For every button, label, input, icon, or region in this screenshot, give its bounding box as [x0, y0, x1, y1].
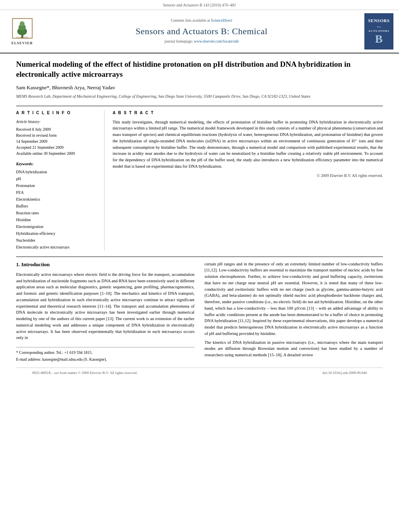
keyword-item: FEA — [16, 189, 98, 196]
body-col1-para1: Electronically active microarrays where … — [16, 271, 195, 341]
history-available: Available online 30 September 2009 — [16, 150, 98, 156]
abstract-heading: A B S T R A C T — [113, 110, 383, 116]
keyword-item: Reaction rates — [16, 210, 98, 216]
history-label: Article history: — [16, 119, 98, 125]
keyword-item: Hybridization efficiency — [16, 230, 98, 237]
keyword-item: Nucleotides — [16, 237, 98, 244]
svg-point-3 — [20, 21, 25, 26]
history-received: Received 8 July 2009 — [16, 126, 98, 132]
body-col-right: certain pH ranges and in the presence of… — [205, 261, 383, 364]
footnote-email: E-mail address: kassegne@mail.sdsu.edu (… — [16, 357, 195, 362]
top-bar: Sensors and Actuators B 143 (2010) 470–4… — [0, 0, 399, 10]
page-wrapper: Sensors and Actuators B 143 (2010) 470–4… — [0, 0, 399, 386]
footer-bar: 0925-4005/$ – see front matter © 2009 El… — [16, 368, 383, 378]
article-affiliation: MEMS Research Lab, Department of Mechani… — [16, 94, 383, 99]
article-info-column: A R T I C L E I N F O Article history: R… — [16, 110, 105, 251]
body-col2-para1: certain pH ranges and in the presence of… — [205, 261, 383, 337]
elsevier-tree-icon: ELSEVIER — [11, 17, 33, 39]
body-col-left: 1. Introduction Electronically active mi… — [16, 261, 195, 364]
keywords-section: Keywords: DNA hybridization pH Protonati… — [16, 161, 98, 251]
journal-logo-box: SENSORS... ACTUATORS B — [363, 13, 395, 49]
badge-b-letter: B — [375, 33, 383, 45]
journal-citation: Sensors and Actuators B 143 (2010) 470–4… — [163, 3, 236, 7]
sciencedirect-link[interactable]: ScienceDirect — [211, 18, 232, 23]
body-section: 1. Introduction Electronically active mi… — [16, 257, 383, 364]
footer-copyright: 0925-4005/$ – see front matter © 2009 El… — [32, 370, 138, 376]
keywords-list: DNA hybridization pH Protonation FEA Ele… — [16, 168, 98, 251]
history-revised-label: Received in revised form — [16, 132, 98, 138]
sciencedirect-line: Contents lists available at ScienceDirec… — [46, 18, 357, 23]
keyword-item: Buffers — [16, 203, 98, 210]
section1-title: 1. Introduction — [16, 261, 195, 268]
body-col2-para2: The kinetics of DNA hybridization in pas… — [205, 339, 383, 358]
contents-label: Contents lists available at — [171, 18, 210, 23]
body-two-col: 1. Introduction Electronically active mi… — [16, 261, 383, 364]
sensors-badge: SENSORS... ACTUATORS B — [364, 13, 393, 49]
abstract-copyright: © 2009 Elsevier B.V. All rights reserved… — [113, 173, 383, 179]
svg-text:ELSEVIER: ELSEVIER — [16, 36, 27, 39]
elsevier-wordmark: ELSEVIER — [11, 41, 33, 46]
article-info-heading: A R T I C L E I N F O — [16, 110, 98, 116]
article-content: Numerical modeling of the effect of hist… — [0, 53, 399, 386]
footer-doi: doi:10.1016/j.snb.2009.09.044 — [323, 370, 367, 376]
article-title: Numerical modeling of the effect of hist… — [16, 60, 383, 79]
homepage-label: journal homepage: — [165, 39, 193, 43]
elsevier-logo: ELSEVIER ELSEVIER — [4, 13, 40, 49]
article-authors: Sam Kassegne*, Bhuvnesh Arya, Neeraj Yad… — [16, 84, 383, 91]
history-accepted: Accepted 21 September 2009 — [16, 144, 98, 150]
keyword-item: Electromigration — [16, 223, 98, 230]
footnote-area: * Corresponding author. Tel.: +1 619 594… — [16, 347, 195, 362]
abstract-column: A B S T R A C T This study investigates,… — [113, 110, 383, 251]
keyword-item: pH — [16, 175, 98, 182]
keyword-item: Electronically active microarrays — [16, 244, 98, 251]
badge-title: SENSORS... — [368, 18, 390, 29]
footnote-star: * Corresponding author. Tel.: +1 619 594… — [16, 350, 195, 355]
article-history: Article history: Received 8 July 2009 Re… — [16, 119, 98, 156]
journal-header: ELSEVIER ELSEVIER Contents lists availab… — [0, 10, 399, 53]
journal-homepage: journal homepage: www.elsevier.com/locat… — [46, 39, 357, 44]
keyword-item: Protonation — [16, 182, 98, 189]
keywords-label: Keywords: — [16, 161, 98, 167]
info-abstract-section: A R T I C L E I N F O Article history: R… — [16, 106, 383, 251]
keyword-item: DNA hybridization — [16, 168, 98, 175]
homepage-url[interactable]: www.elsevier.com/locate/snb — [194, 39, 239, 43]
keyword-item: Histidine — [16, 216, 98, 223]
keyword-item: Electrokinetics — [16, 196, 98, 203]
journal-title-area: Contents lists available at ScienceDirec… — [46, 13, 357, 49]
journal-main-title: Sensors and Actuators B: Chemical — [46, 25, 357, 38]
abstract-text: This study investigates, through numeric… — [113, 119, 383, 170]
history-revised-date: 14 September 2009 — [16, 138, 98, 144]
